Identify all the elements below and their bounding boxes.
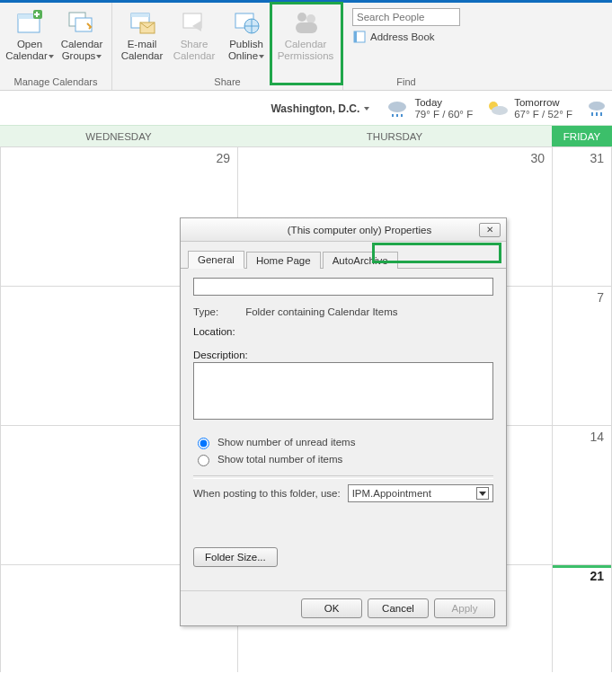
apply-button[interactable]: Apply	[434, 598, 495, 618]
email-calendar-label: E-mail Calendar	[118, 39, 166, 62]
rain-cloud-icon	[587, 99, 607, 119]
email-calendar-icon	[128, 8, 156, 37]
calendar-permissions-button[interactable]: Calendar Permissions	[272, 6, 339, 64]
weather-city: Washington, D.C.	[271, 102, 359, 115]
svg-point-12	[306, 14, 315, 23]
svg-rect-13	[296, 22, 317, 33]
calendar-cell[interactable]: 7	[552, 287, 612, 425]
close-icon: ✕	[486, 225, 493, 235]
dialog-title: (This computer only) Properties	[240, 225, 479, 235]
svg-point-16	[388, 102, 406, 112]
folder-name-input[interactable]	[193, 278, 493, 296]
weather-today-temp: 79° F / 60° F	[414, 109, 473, 120]
calendar-date: 7	[597, 290, 604, 305]
tab-general[interactable]: General	[188, 251, 244, 269]
tab-home-page[interactable]: Home Page	[246, 252, 321, 269]
ribbon: Open Calendar Calendar Groups Manage Cal…	[0, 3, 612, 91]
calendar-date: 29	[216, 151, 230, 165]
dialog-tabs: General Home Page AutoArchive	[181, 245, 506, 269]
weather-tomorrow-label: Tomorrow	[514, 97, 572, 109]
posting-label: When posting to this folder, use:	[193, 488, 341, 499]
share-calendar-label: Share Calendar	[170, 39, 218, 62]
dialog-body: Type: Folder containing Calendar Items L…	[181, 269, 506, 590]
type-label: Type:	[193, 306, 218, 317]
day-header-thu: THURSDAY	[237, 125, 552, 146]
weather-today-label: Today	[414, 97, 473, 109]
ribbon-group-share: E-mail Calendar Share Calendar Publish O…	[112, 3, 343, 90]
svg-point-18	[492, 106, 508, 115]
group-label-find: Find	[347, 75, 466, 90]
open-calendar-label: Open Calendar	[5, 39, 48, 61]
calendar-plus-icon	[15, 8, 44, 37]
calendar-cell[interactable]: 14	[552, 426, 612, 564]
separator	[193, 475, 493, 479]
close-button[interactable]: ✕	[479, 223, 501, 237]
chevron-down-icon	[259, 55, 264, 58]
day-header-fri: FRIDAY	[552, 125, 612, 146]
type-value: Folder containing Calendar Items	[245, 306, 397, 317]
properties-dialog: (This computer only) Properties ✕ Genera…	[180, 217, 507, 626]
radio-unread-label: Show number of unread items	[217, 437, 355, 447]
weather-today: Today79° F / 60° F	[386, 97, 473, 120]
svg-point-11	[297, 13, 306, 22]
today-marker	[553, 565, 611, 568]
people-icon	[291, 8, 320, 37]
radio-total-label: Show total number of items	[217, 454, 342, 465]
svg-rect-15	[354, 31, 357, 42]
calendar-group-icon	[67, 8, 96, 37]
calendar-day-headers: WEDNESDAY THURSDAY FRIDAY	[0, 125, 612, 146]
share-calendar-icon	[180, 8, 208, 37]
address-book-label: Address Book	[370, 31, 435, 42]
email-calendar-button[interactable]: E-mail Calendar	[116, 6, 168, 64]
dialog-buttons: OK Cancel Apply	[181, 590, 506, 625]
posting-type-select[interactable]: IPM.Appointment	[348, 484, 493, 502]
share-calendar-button[interactable]: Share Calendar	[168, 6, 220, 64]
description-input[interactable]	[193, 362, 493, 420]
calendar-permissions-label: Calendar Permissions	[274, 39, 337, 62]
radio-total-items[interactable]	[198, 455, 209, 466]
calendar-date: 21	[590, 569, 604, 583]
address-book-button[interactable]: Address Book	[352, 30, 435, 44]
radio-unread-items[interactable]	[198, 438, 209, 449]
publish-online-icon	[232, 8, 261, 37]
weather-tomorrow: Tomorrow67° F / 52° F	[485, 97, 572, 120]
chevron-down-icon	[476, 487, 489, 500]
calendar-date: 14	[590, 430, 604, 444]
description-label: Description:	[193, 350, 493, 360]
weather-city-selector[interactable]: Washington, D.C.	[271, 102, 369, 115]
ok-button[interactable]: OK	[301, 598, 362, 618]
publish-online-label: Publish Online	[228, 39, 263, 61]
calendar-date: 31	[590, 151, 604, 165]
calendar-groups-button[interactable]: Calendar Groups	[56, 6, 108, 64]
day-header-wed: WEDNESDAY	[0, 125, 237, 146]
open-calendar-button[interactable]: Open Calendar	[4, 6, 56, 64]
chevron-down-icon	[364, 107, 369, 111]
tab-autoarchive[interactable]: AutoArchive	[323, 252, 398, 269]
chevron-down-icon	[49, 55, 54, 58]
rain-cloud-icon	[386, 99, 409, 119]
publish-online-button[interactable]: Publish Online	[220, 6, 272, 64]
ribbon-group-find: Address Book Find	[343, 3, 469, 90]
calendar-date: 30	[530, 151, 545, 165]
calendar-cell[interactable]: 21	[552, 565, 612, 672]
posting-value: IPM.Appointment	[352, 488, 431, 499]
weather-bar: Washington, D.C. Today79° F / 60° F Tomo…	[0, 91, 612, 125]
search-people-input[interactable]	[352, 8, 460, 26]
svg-rect-6	[131, 13, 149, 17]
address-book-icon	[352, 30, 367, 44]
location-label: Location:	[193, 326, 493, 337]
cancel-button[interactable]: Cancel	[368, 598, 429, 618]
calendar-cell[interactable]: 31	[552, 147, 612, 286]
dialog-titlebar[interactable]: (This computer only) Properties ✕	[181, 218, 506, 242]
partly-cloudy-icon	[485, 99, 509, 119]
svg-point-19	[589, 102, 605, 111]
group-label-share: Share	[116, 75, 339, 90]
group-label-manage-calendars: Manage Calendars	[4, 75, 108, 90]
weather-tomorrow-temp: 67° F / 52° F	[514, 109, 572, 120]
ribbon-group-manage-calendars: Open Calendar Calendar Groups Manage Cal…	[0, 3, 112, 90]
chevron-down-icon	[96, 55, 102, 58]
folder-size-button[interactable]: Folder Size...	[193, 547, 278, 567]
